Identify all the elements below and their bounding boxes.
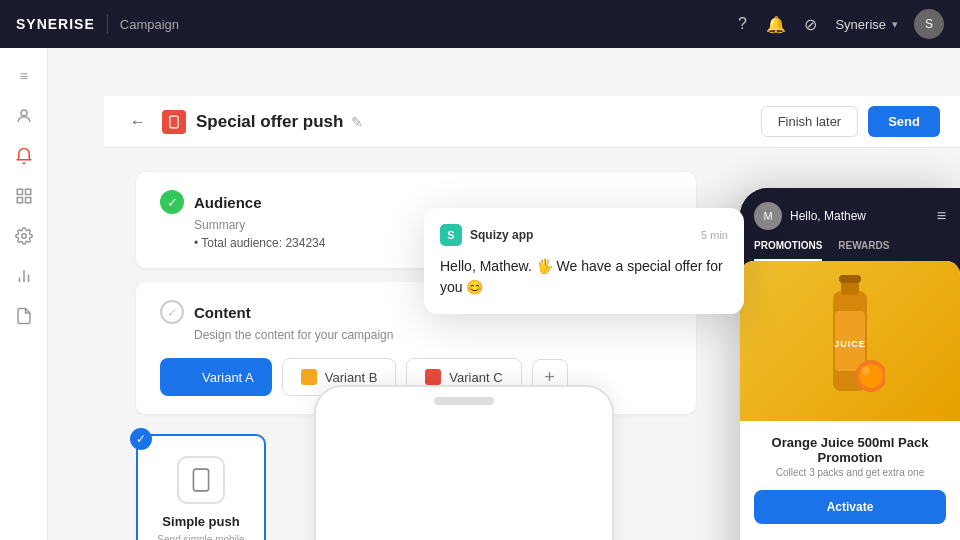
- product-sub: Collect 3 packs and get extra one: [754, 467, 946, 478]
- sidebar-item-grid[interactable]: [8, 180, 40, 212]
- notification-popup: S Squizy app 5 min Hello, Mathew. 🖐 We h…: [424, 208, 744, 314]
- svg-point-0: [21, 110, 27, 116]
- variant-a-button[interactable]: Variant A: [160, 358, 272, 396]
- phone-preview-background: [314, 385, 614, 540]
- simple-push-card[interactable]: ✓ Simple push Send simple mobile push me…: [136, 434, 266, 540]
- notification-icon[interactable]: 🔔: [767, 15, 785, 33]
- svg-point-5: [21, 234, 26, 239]
- mobile-tabs: PROMOTIONS REWARDS: [740, 240, 960, 261]
- chevron-down-icon: ▾: [892, 18, 898, 31]
- variant-a-color: [178, 369, 194, 385]
- svg-point-20: [862, 367, 870, 375]
- variant-a-label: Variant A: [202, 370, 254, 385]
- app-icon: S: [440, 224, 462, 246]
- push-type-icon: [177, 456, 225, 504]
- content-step-check: ✓: [160, 300, 184, 324]
- push-type-label: Simple push: [150, 514, 252, 529]
- left-sidebar: ≡: [0, 48, 48, 540]
- push-type-desc: Send simple mobile push message: [150, 533, 252, 540]
- mobile-screen: M Hello, Mathew ≡ PROMOTIONS REWARDS: [740, 188, 960, 540]
- variant-c-color: [425, 369, 441, 385]
- notification-header: S Squizy app 5 min: [440, 224, 728, 246]
- sidebar-item-settings[interactable]: [8, 220, 40, 252]
- campaign-type-icon: [162, 110, 186, 134]
- svg-text:JUICE: JUICE: [834, 339, 866, 349]
- nav-divider: [107, 14, 108, 34]
- sidebar-item-users[interactable]: [8, 100, 40, 132]
- brand-logo: SYNERISE: [16, 16, 95, 32]
- notification-time: 5 min: [701, 229, 728, 241]
- app-name: Squizy app: [470, 228, 693, 242]
- product-name: Orange Juice 500ml Pack Promotion: [754, 435, 946, 465]
- mobile-greeting: Hello, Mathew: [790, 209, 929, 223]
- sidebar-item-docs[interactable]: [8, 300, 40, 332]
- user-menu[interactable]: Synerise ▾: [835, 17, 898, 32]
- campaign-title: Special offer push: [196, 112, 343, 132]
- edit-icon[interactable]: ✎: [351, 114, 363, 130]
- nav-section: Campaign: [120, 17, 179, 32]
- content-step-desc: Design the content for your campaign: [194, 328, 672, 342]
- content-step-title: Content: [194, 304, 251, 321]
- top-navigation: SYNERISE Campaign ? 🔔 ⊘ Synerise ▾ S: [0, 0, 960, 48]
- main-content: ✓ Audience Summary • Total audience: 234…: [104, 148, 960, 540]
- svg-rect-2: [25, 189, 30, 194]
- svg-rect-15: [839, 275, 861, 283]
- notification-message: Hello, Mathew. 🖐 We have a special offer…: [440, 256, 728, 298]
- help-icon[interactable]: ?: [733, 15, 751, 33]
- variant-b-label: Variant B: [325, 370, 378, 385]
- sidebar-item-analytics[interactable]: [8, 260, 40, 292]
- mobile-tab-rewards[interactable]: REWARDS: [838, 240, 889, 261]
- product-info: Orange Juice 500ml Pack Promotion Collec…: [740, 421, 960, 538]
- mobile-tab-promotions[interactable]: PROMOTIONS: [754, 240, 822, 261]
- mobile-body: JUICE Orange Juice 500ml Pack Promotion …: [740, 261, 960, 540]
- mobile-menu-icon: ≡: [937, 207, 946, 225]
- sidebar-item-campaigns[interactable]: [8, 140, 40, 172]
- variant-c-label: Variant C: [449, 370, 502, 385]
- settings-icon[interactable]: ⊘: [801, 15, 819, 33]
- finish-later-button[interactable]: Finish later: [761, 106, 859, 137]
- sidebar-item-menu[interactable]: ≡: [8, 60, 40, 92]
- action-buttons: Finish later Send: [761, 106, 940, 137]
- activate-button[interactable]: Activate: [754, 490, 946, 524]
- product-image-area: JUICE: [740, 261, 960, 421]
- juice-bottle-svg: JUICE: [815, 271, 885, 411]
- svg-rect-4: [25, 198, 30, 203]
- back-button[interactable]: ←: [124, 108, 152, 136]
- audience-step-title: Audience: [194, 194, 262, 211]
- svg-rect-3: [17, 198, 22, 203]
- svg-rect-1: [17, 189, 22, 194]
- push-type-selected-icon: ✓: [130, 428, 152, 450]
- user-name: Synerise: [835, 17, 886, 32]
- sub-navigation: ← Special offer push ✎ Finish later Send: [104, 96, 960, 148]
- avatar[interactable]: S: [914, 9, 944, 39]
- send-button[interactable]: Send: [868, 106, 940, 137]
- mobile-preview: M Hello, Mathew ≡ PROMOTIONS REWARDS: [740, 188, 960, 540]
- main-layout: ≡ ← Special offer push ✎: [0, 48, 960, 540]
- audience-step-check: ✓: [160, 190, 184, 214]
- mobile-header: M Hello, Mathew ≡: [740, 188, 960, 240]
- mobile-avatar: M: [754, 202, 782, 230]
- nav-right: ? 🔔 ⊘ Synerise ▾ S: [733, 9, 944, 39]
- svg-point-19: [859, 364, 883, 388]
- variant-b-color: [301, 369, 317, 385]
